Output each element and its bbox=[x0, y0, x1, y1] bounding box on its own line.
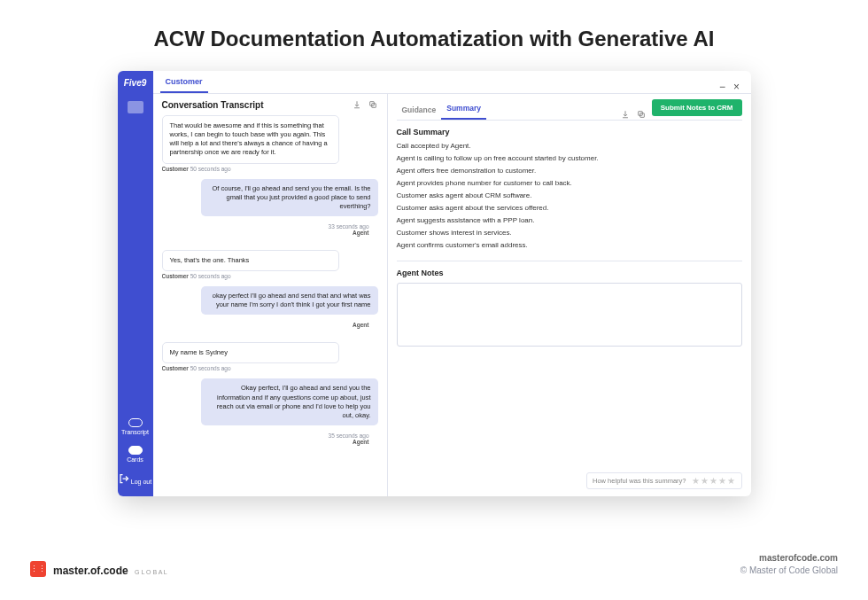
message-meta: Customer 50 seconds ago bbox=[162, 166, 378, 172]
message-meta: Agent bbox=[162, 316, 378, 335]
moc-brand: master.of.code G L O B A L bbox=[53, 565, 167, 577]
sidebar: Five9 Transcript Cards Log out bbox=[118, 71, 153, 496]
rating-prompt: How helpful was this summary? bbox=[593, 477, 686, 485]
footer-copyright: © Master of Code Global bbox=[740, 565, 838, 577]
agent-notes-input[interactable] bbox=[397, 283, 742, 347]
minimize-button[interactable]: − bbox=[716, 81, 730, 93]
moc-logo-icon: ⋮⋮ bbox=[30, 561, 46, 577]
message-meta: Customer 50 seconds ago bbox=[162, 273, 378, 279]
copy-icon[interactable] bbox=[368, 99, 378, 110]
transcript-icon bbox=[128, 418, 143, 427]
message-bubble: okay perfect I'll go ahead and send that… bbox=[201, 286, 378, 315]
sidebar-item-logout[interactable]: Log out bbox=[118, 468, 153, 491]
message-bubble: Of course, I'll go ahead and send you th… bbox=[201, 179, 378, 216]
sidebar-item-label: Transcript bbox=[121, 429, 149, 435]
download-icon[interactable] bbox=[620, 109, 631, 120]
chat-icon[interactable] bbox=[118, 94, 153, 121]
summary-line: Agent offers free demonstration to custo… bbox=[397, 167, 742, 175]
agent-notes-title: Agent Notes bbox=[397, 269, 742, 277]
summary-line: Customer asks agent about CRM software. bbox=[397, 191, 742, 199]
cards-icon bbox=[128, 446, 143, 455]
message-bubble: Yes, that's the one. Thanks bbox=[162, 250, 339, 271]
message-bubble: My name is Sydney bbox=[162, 342, 339, 363]
footer-site: masterofcode.com bbox=[740, 552, 838, 565]
transcript-panel: Conversation Transcript That would be aw… bbox=[153, 94, 388, 496]
summary-panel: Guidance Summary Submit Notes to CRM Cal… bbox=[388, 94, 751, 496]
tab-guidance[interactable]: Guidance bbox=[397, 102, 442, 120]
main: Customer − × Conversation Transcript Th bbox=[153, 71, 751, 496]
tab-summary[interactable]: Summary bbox=[441, 100, 486, 120]
sidebar-item-label: Cards bbox=[127, 456, 143, 463]
rating-widget: How helpful was this summary? ★★★★★ bbox=[586, 472, 741, 489]
message-bubble: That would be awesome and if this is som… bbox=[162, 115, 339, 164]
transcript-title: Conversation Transcript bbox=[162, 100, 264, 110]
submit-notes-button[interactable]: Submit Notes to CRM bbox=[652, 99, 742, 116]
summary-line: Agent suggests assistance with a PPP loa… bbox=[397, 216, 742, 224]
message-list: That would be awesome and if this is som… bbox=[162, 115, 378, 489]
call-summary-title: Call Summary bbox=[397, 128, 742, 136]
summary-line: Agent is calling to follow up on free ac… bbox=[397, 154, 742, 162]
sidebar-item-transcript[interactable]: Transcript bbox=[118, 413, 153, 440]
summary-list: Call accepted by Agent.Agent is calling … bbox=[397, 142, 742, 253]
app-window: Five9 Transcript Cards Log out Customer … bbox=[118, 71, 751, 496]
footer: ⋮⋮ master.of.code G L O B A L masterofco… bbox=[30, 552, 838, 577]
five9-logo: Five9 bbox=[118, 71, 153, 94]
sidebar-item-cards[interactable]: Cards bbox=[118, 440, 153, 468]
divider bbox=[397, 261, 742, 261]
logout-icon bbox=[119, 473, 129, 484]
summary-line: Customer asks agent about the services o… bbox=[397, 204, 742, 212]
message-meta: 35 seconds ago Agent bbox=[162, 427, 378, 452]
copy-icon[interactable] bbox=[636, 109, 647, 120]
download-icon[interactable] bbox=[352, 99, 362, 110]
summary-line: Call accepted by Agent. bbox=[397, 142, 742, 150]
tab-customer[interactable]: Customer bbox=[160, 74, 208, 93]
rating-stars[interactable]: ★★★★★ bbox=[692, 476, 736, 486]
summary-line: Agent provides phone number for customer… bbox=[397, 179, 742, 187]
message-bubble: Okay perfect, I'll go ahead and send you… bbox=[201, 378, 378, 425]
sidebar-item-label: Log out bbox=[131, 479, 151, 485]
page-title: ACW Documentation Automatization with Ge… bbox=[0, 0, 868, 71]
message-meta: Customer 50 seconds ago bbox=[162, 365, 378, 371]
summary-line: Customer shows interest in services. bbox=[397, 229, 742, 237]
close-button[interactable]: × bbox=[730, 81, 744, 93]
message-meta: 33 seconds ago Agent bbox=[162, 218, 378, 243]
summary-line: Agent confirms customer's email address. bbox=[397, 241, 742, 249]
topbar: Customer − × bbox=[153, 71, 751, 94]
